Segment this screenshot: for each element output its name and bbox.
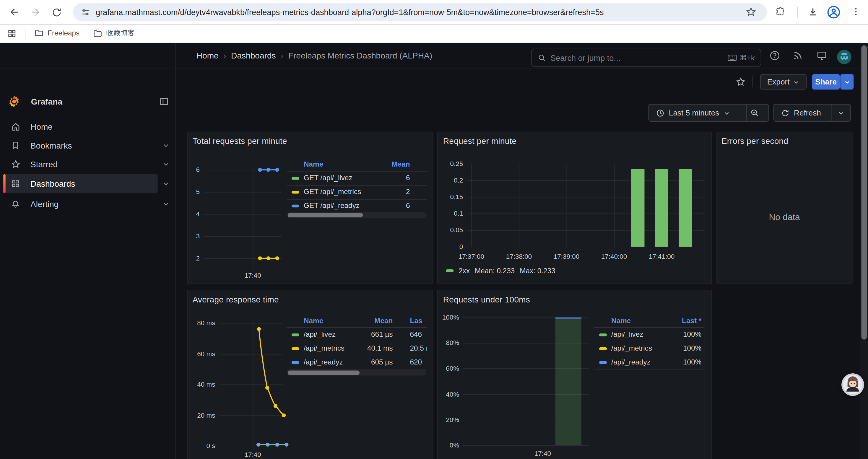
bookmarks-divider	[25, 28, 25, 39]
series-color-pill[interactable]	[599, 347, 607, 350]
legend-series-name[interactable]: /api/_metrics	[304, 344, 344, 352]
house-icon	[11, 122, 20, 131]
data-point	[275, 168, 279, 172]
series-color-pill[interactable]	[291, 204, 299, 207]
legend-header-name[interactable]: Name	[611, 316, 631, 325]
reload-button[interactable]	[50, 6, 63, 19]
average-response-time-legend[interactable]: NameMeanLas/api/_livez661 µs646/api/_met…	[286, 313, 427, 379]
legend-series-name[interactable]: /api/_livez	[304, 330, 336, 338]
refresh-button[interactable]: Refresh	[774, 108, 829, 117]
user-avatar[interactable]	[837, 50, 851, 64]
chevron-down-icon[interactable]	[163, 180, 169, 187]
data-point-metrics	[274, 404, 277, 408]
panel-title[interactable]: Errors per second	[721, 136, 788, 145]
chevron-down-icon	[723, 110, 730, 116]
legend-series-name[interactable]: /api/_readyz	[611, 358, 651, 366]
sidebar-item-starred[interactable]: Starred	[0, 155, 176, 174]
y-axis-label: 60%	[446, 365, 459, 372]
legend-series-name[interactable]: GET /api/_readyz	[304, 201, 360, 210]
brand-title[interactable]: Grafana	[31, 97, 62, 106]
chevron-down-icon[interactable]	[163, 142, 169, 149]
series-color-pill[interactable]	[291, 191, 299, 193]
chevron-down-icon[interactable]	[163, 161, 169, 167]
bookmark-star-icon[interactable]	[746, 6, 756, 17]
star-icon	[11, 160, 20, 169]
sidebar-item-label: Alerting	[30, 199, 59, 209]
bookmark-folder-freeleaps[interactable]: Freeleaps	[34, 28, 80, 37]
x-axis-label: 17:40	[245, 451, 261, 458]
grafana-app: Grafana HomeBookmarksStarredDashboardsAl…	[0, 43, 868, 459]
active-item-accent	[3, 174, 5, 193]
time-range-group: Last 5 minutes	[649, 104, 769, 122]
series-color-pill[interactable]	[599, 333, 607, 336]
series-color-pill[interactable]	[291, 333, 299, 336]
sidebar-item-dashboards[interactable]: Dashboards	[0, 174, 176, 193]
v-gridline	[566, 164, 567, 247]
bookmark-folder-blogs[interactable]: 收藏博客	[93, 28, 135, 38]
share-dropdown-button[interactable]	[840, 74, 854, 90]
menu-kebab-icon[interactable]	[851, 6, 861, 18]
legend-hscrollbar[interactable]	[286, 370, 427, 376]
profile-avatar-icon[interactable]	[827, 5, 841, 20]
time-range-picker[interactable]: Last 5 minutes	[649, 108, 739, 117]
news-rss-icon[interactable]	[793, 50, 803, 61]
search-icon	[538, 54, 546, 62]
breadcrumb-home[interactable]: Home	[196, 51, 219, 60]
legend-header-last *[interactable]: Last *	[682, 316, 701, 325]
legend-row-divider	[286, 355, 427, 356]
sidebar-item-alerting[interactable]: Alerting	[0, 195, 176, 214]
export-button[interactable]: Export	[760, 74, 807, 90]
legend-series-name[interactable]: /api/_readyz	[304, 358, 343, 366]
legend-header-name[interactable]: Name	[304, 316, 323, 325]
legend-header-mean[interactable]: Mean	[392, 160, 410, 168]
sidebar-item-home[interactable]: Home	[0, 117, 176, 136]
request-per-minute-legend[interactable]: 2xx Mean: 0.233 Max: 0.233	[446, 267, 555, 275]
back-button[interactable]	[8, 6, 21, 19]
legend-value-last: 620	[410, 358, 422, 366]
sidebar-item-bookmarks[interactable]: Bookmarks	[0, 136, 176, 155]
h-gridline	[204, 214, 282, 215]
legend-header-last[interactable]: Las	[410, 316, 423, 325]
series-color-pill	[446, 269, 454, 272]
legend-series-name[interactable]: GET /api/_metrics	[304, 188, 361, 196]
assistant-avatar-widget[interactable]	[841, 373, 864, 396]
requests-under-100ms-legend[interactable]: NameLast */api/_livez100%/api/_metrics10…	[593, 313, 704, 379]
address-bar[interactable]: grafana.mathmast.com/d/deytv4rwavabkb/fr…	[73, 3, 767, 21]
y-axis-label: 0%	[450, 441, 459, 449]
x-axis-label: 17:40	[534, 450, 551, 457]
y-axis-label: 0	[459, 243, 463, 251]
total-requests-legend[interactable]: NameMeanGET /api/_livez6GET /api/_metric…	[286, 157, 427, 221]
chevron-down-icon[interactable]	[163, 201, 169, 207]
forward-button[interactable]	[29, 6, 42, 19]
legend-series-name[interactable]: GET /api/_livez	[304, 174, 352, 182]
legend-hscrollbar-thumb[interactable]	[288, 371, 360, 375]
share-button[interactable]: Share	[812, 74, 840, 90]
chevron-down-icon	[794, 79, 800, 85]
apps-grid-icon[interactable]	[7, 29, 17, 38]
legend-series-name[interactable]: /api/_metrics	[611, 344, 652, 352]
grafana-logo[interactable]	[8, 95, 20, 108]
download-icon[interactable]	[808, 6, 818, 17]
series-color-pill[interactable]	[291, 347, 299, 350]
segment-divider	[831, 104, 832, 121]
monitor-kiosk-icon[interactable]	[816, 50, 827, 61]
series-color-pill[interactable]	[291, 177, 299, 179]
site-settings-icon[interactable]	[81, 7, 90, 17]
extensions-icon[interactable]	[776, 6, 786, 17]
star-dashboard-icon[interactable]	[736, 77, 746, 87]
series-color-pill[interactable]	[291, 361, 299, 364]
legend-header-name[interactable]: Name	[304, 160, 323, 168]
collapse-sidebar-icon[interactable]	[159, 97, 169, 106]
legend-hscrollbar-thumb[interactable]	[288, 213, 363, 218]
scrollbar-thumb[interactable]	[861, 45, 867, 340]
legend-hscrollbar[interactable]	[286, 212, 427, 218]
search-input[interactable]: Search or jump to... ⌘+k	[531, 49, 761, 67]
legend-series-name[interactable]: /api/_livez	[611, 330, 643, 338]
legend-header-divider	[593, 328, 704, 328]
help-icon[interactable]	[770, 50, 780, 61]
request-per-minute-chart[interactable]: 0.250.20.150.10.05017:37:0017:38:0017:39…	[438, 132, 712, 285]
refresh-interval-chevron[interactable]	[832, 110, 850, 116]
legend-header-mean[interactable]: Mean	[374, 316, 393, 325]
series-color-pill[interactable]	[599, 361, 607, 364]
breadcrumb-dashboards[interactable]: Dashboards	[231, 51, 276, 60]
